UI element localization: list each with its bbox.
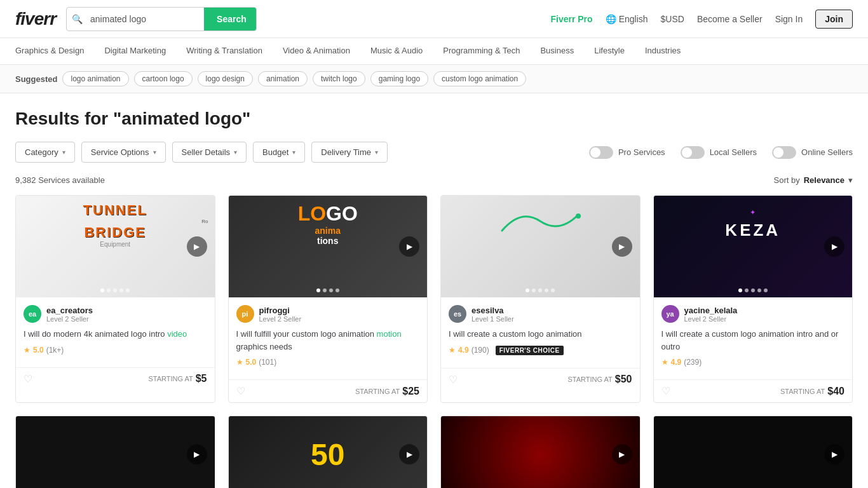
card-thumbnail: LOGO anima tions ▶ [229,196,428,297]
filter-label: Category [25,147,58,157]
title-link[interactable]: video [167,329,187,339]
card-title: I will create a custom logo animation in… [661,328,845,353]
service-card[interactable]: ✦ KEZA ▶ ya yacine_kelala Level 2 Seller… [653,195,853,403]
fiverr-pro-link[interactable]: Fiverr Pro [550,14,592,24]
search-input[interactable] [88,14,204,24]
card-thumbnail: 50 ▶ [229,416,428,488]
results-section: Results for "animated logo" Category▾Ser… [0,93,868,488]
rating-value: 4.9 [671,358,682,367]
play-button[interactable]: ▶ [824,236,844,257]
starting-at-label: STARTING AT [568,376,613,383]
nav-item-writing---translation[interactable]: Writing & Translation [176,38,273,65]
join-button[interactable]: Join [815,10,853,29]
toggle-knob [682,147,692,158]
service-card-bottom[interactable]: ▶ [440,416,641,488]
suggested-tag[interactable]: custom logo animation [433,71,526,86]
suggested-bar: Suggested logo animationcartoon logologo… [0,65,868,93]
dot-indicator [100,288,104,292]
play-button[interactable]: ▶ [612,236,632,257]
search-button[interactable]: Search [204,7,257,31]
nav-item-music---audio[interactable]: Music & Audio [360,38,433,65]
service-card-bottom[interactable]: 50 ▶ [228,416,428,488]
become-seller-link[interactable]: Become a Seller [697,14,763,24]
service-card-bottom[interactable]: ▶ [15,416,215,488]
dot-indicator [336,288,339,292]
toggle-switch[interactable] [772,146,796,159]
results-title: Results for "animated logo" [15,109,853,129]
title-link[interactable]: motion [377,329,402,339]
play-button[interactable]: ▶ [824,444,844,464]
dot-indicator [119,288,123,292]
suggested-tag[interactable]: logo animation [62,71,128,86]
category-filter[interactable]: Category▾ [15,142,75,163]
image-dots [738,288,768,292]
sort-dropdown[interactable]: Sort by Relevance ▾ [773,175,853,185]
header: fiverr 🔍 Search Fiverr Pro 🌐 English $US… [0,0,868,38]
nav-item-digital-marketing[interactable]: Digital Marketing [94,38,176,65]
fiverr-logo: fiverr [15,9,56,29]
toggle-switch[interactable] [681,146,705,159]
nav-item-video---animation[interactable]: Video & Animation [273,38,360,65]
nav-item-business[interactable]: Business [530,38,584,65]
play-button[interactable]: ▶ [187,236,207,257]
price: $25 [402,386,419,397]
nav-item-lifestyle[interactable]: Lifestyle [584,38,635,65]
rating-value: 4.9 [458,346,469,355]
toggle-knob [590,147,600,158]
toggle-label: Online Sellers [801,147,853,157]
suggested-tag[interactable]: animation [258,71,308,86]
service-card[interactable]: LOGO anima tions ▶ pi pifroggi Level 2 S… [228,195,428,403]
rating: ★ 4.9 (239) [661,358,845,367]
play-button[interactable]: ▶ [612,444,632,464]
suggested-tag[interactable]: gaming logo [370,71,428,86]
suggested-tag[interactable]: twitch logo [313,71,365,86]
delivery-time-filter[interactable]: Delivery Time▾ [311,142,388,163]
card-body: ea ea_creators Level 2 Seller I will do … [16,297,215,367]
language-selector[interactable]: 🌐 English [606,14,648,24]
price: $40 [827,386,844,397]
seller-name[interactable]: esesilva [471,306,514,315]
service-card[interactable]: ▶ es esesilva Level 1 Seller I will crea… [440,195,641,403]
budget-filter[interactable]: Budget▾ [253,142,305,163]
seller-details-filter[interactable]: Seller Details▾ [172,142,247,163]
avatar: es [449,305,466,323]
nav-item-graphics---design[interactable]: Graphics & Design [15,38,94,65]
suggested-tag[interactable]: logo design [198,71,253,86]
starting-at-label: STARTING AT [148,375,193,383]
play-button[interactable]: ▶ [187,444,207,464]
dot-indicator [329,288,333,292]
review-count: (1k+) [46,346,64,355]
favorite-button[interactable]: ♡ [24,373,32,385]
nav-item-programming---tech[interactable]: Programming & Tech [433,38,530,65]
card-thumbnail: TUNNEL Ro BRIDGE Equipment ▶ [16,196,215,297]
toggle-item-online-sellers: Online Sellers [772,146,853,159]
seller-name[interactable]: yacine_kelala [684,306,738,315]
dot-indicator [751,288,755,292]
sign-in-link[interactable]: Sign In [775,14,803,24]
currency-selector[interactable]: $USD [661,14,684,24]
seller-name[interactable]: pifroggi [259,306,302,315]
service-card-bottom[interactable]: ▶ [653,416,853,488]
dot-indicator [745,288,749,292]
service-options-filter[interactable]: Service Options▾ [81,142,166,163]
rating: ★ 5.0 (101) [236,358,420,367]
favorite-button[interactable]: ♡ [449,374,458,386]
suggested-tag[interactable]: cartoon logo [134,71,193,86]
play-button[interactable]: ▶ [399,236,419,257]
favorite-button[interactable]: ♡ [236,385,245,397]
dot-indicator [551,288,555,292]
dot-indicator [323,288,327,292]
toggle-switch[interactable] [589,146,613,159]
favorite-button[interactable]: ♡ [661,385,670,397]
toggle-label: Pro Services [618,147,665,157]
service-card[interactable]: TUNNEL Ro BRIDGE Equipment ▶ ea ea_creat… [15,195,215,403]
seller-level: Level 2 Seller [259,315,302,323]
main-nav: Graphics & DesignDigital MarketingWritin… [0,38,868,65]
avatar: ea [24,305,41,323]
seller-name[interactable]: ea_creators [46,306,93,315]
card-title: I will do modern 4k animated logo intro … [24,328,207,341]
card-body: ya yacine_kelala Level 2 Seller I will c… [654,297,853,379]
play-button[interactable]: ▶ [399,444,419,464]
card-thumbnail: ▶ [441,196,640,297]
nav-item-industries[interactable]: Industries [635,38,691,65]
